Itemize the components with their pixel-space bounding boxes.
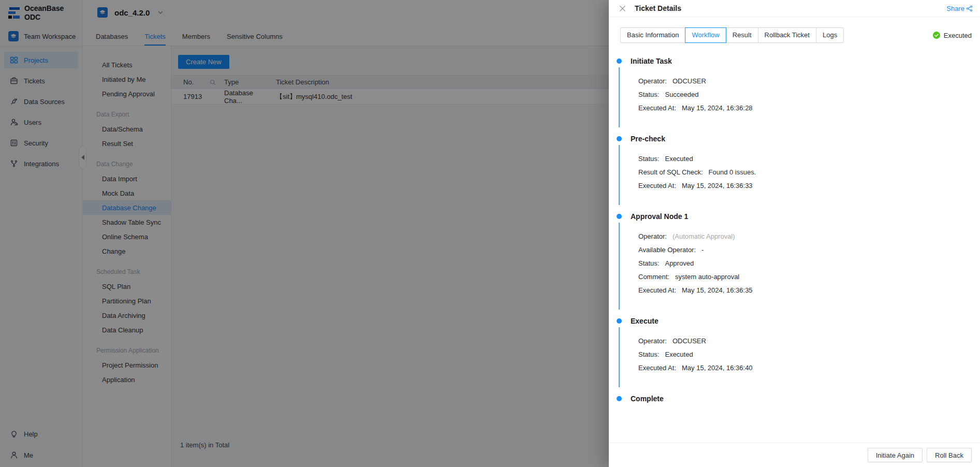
node-detail-row: Available Operator:- — [631, 243, 980, 257]
timeline-dot-icon — [617, 59, 622, 64]
initiate-again-button[interactable]: Initiate Again — [868, 448, 923, 462]
timeline-connector — [619, 145, 620, 205]
node-detail-row: Status:Executed — [631, 152, 980, 166]
node-title: Initiate Task — [631, 56, 980, 66]
close-icon[interactable] — [619, 5, 626, 12]
timeline-node-approval-node-1: Approval Node 1 Operator:(Automatic Appr… — [609, 211, 980, 316]
node-detail-row: Status:Approved — [631, 257, 980, 270]
check-circle-icon — [933, 32, 940, 39]
node-detail-row: Comment:system auto-approval — [631, 270, 980, 284]
tab-rollback-ticket[interactable]: Rollback Ticket — [758, 27, 816, 43]
node-detail-row: Executed At:May 15, 2024, 16:36:33 — [631, 179, 980, 193]
drawer-title: Ticket Details — [635, 4, 681, 12]
timeline-connector — [619, 67, 620, 127]
roll-back-button[interactable]: Roll Back — [927, 448, 972, 462]
tab-basic-information[interactable]: Basic Information — [620, 27, 685, 43]
timeline-node-execute: Execute Operator:ODCUSER Status:Executed… — [609, 316, 980, 393]
node-title: Approval Node 1 — [631, 211, 980, 222]
drawer-mask[interactable] — [0, 0, 609, 467]
node-title: Complete — [631, 393, 980, 404]
timeline-dot-icon — [617, 136, 622, 141]
tab-workflow[interactable]: Workflow — [685, 27, 726, 43]
node-detail-row: Operator:(Automatic Approval) — [631, 230, 980, 243]
node-detail-row: Executed At:May 15, 2024, 16:36:40 — [631, 361, 980, 375]
tab-result[interactable]: Result — [726, 27, 758, 43]
timeline-dot-icon — [617, 318, 622, 324]
share-icon — [966, 5, 973, 12]
timeline-connector — [619, 223, 620, 310]
node-detail-row: Status:Executed — [631, 348, 980, 361]
share-label: Share — [946, 5, 964, 12]
node-detail-row: Result of SQL Check:Found 0 issues. — [631, 166, 980, 179]
node-detail-row: Executed At:May 15, 2024, 16:36:28 — [631, 101, 980, 115]
drawer-header: Ticket Details Share — [609, 0, 980, 17]
timeline-connector — [619, 327, 620, 387]
ticket-details-drawer: Ticket Details Share Basic Information W… — [609, 0, 980, 467]
drawer-tabs-row: Basic Information Workflow Result Rollba… — [620, 27, 972, 43]
share-link[interactable]: Share — [946, 0, 973, 17]
node-detail-row: Status:Succeeded — [631, 88, 980, 101]
node-detail-row: Executed At:May 15, 2024, 16:36:35 — [631, 284, 980, 297]
workflow-timeline: Initiate Task Operator:ODCUSER Status:Su… — [609, 56, 980, 412]
status-label: Executed — [944, 32, 972, 39]
node-title: Execute — [631, 316, 980, 326]
timeline-node-complete: Complete — [609, 393, 980, 404]
drawer-tab-group: Basic Information Workflow Result Rollba… — [620, 27, 844, 43]
drawer-footer: Initiate Again Roll Back — [609, 443, 980, 467]
node-detail-row: Operator:ODCUSER — [631, 334, 980, 348]
node-detail-row: Operator:ODCUSER — [631, 75, 980, 88]
timeline-dot-icon — [617, 214, 622, 219]
status-badge: Executed — [933, 27, 972, 43]
node-title: Pre-check — [631, 134, 980, 144]
tab-logs[interactable]: Logs — [816, 27, 844, 43]
timeline-node-initiate-task: Initiate Task Operator:ODCUSER Status:Su… — [609, 56, 980, 134]
timeline-dot-icon — [617, 396, 622, 401]
timeline-node-pre-check: Pre-check Status:Executed Result of SQL … — [609, 134, 980, 211]
